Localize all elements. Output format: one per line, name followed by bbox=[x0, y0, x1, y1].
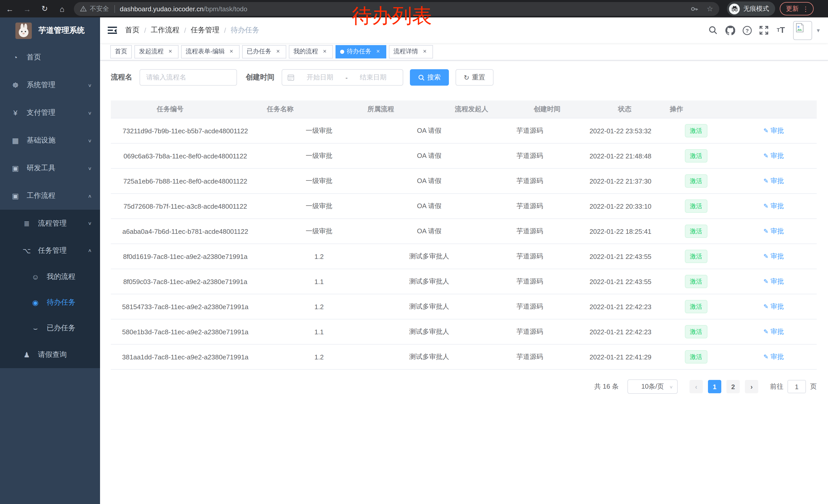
sidebar-item-payment[interactable]: ¥ 支付管理 ∨ bbox=[0, 99, 100, 127]
process-name-input[interactable]: 请输入流程名 bbox=[139, 69, 237, 86]
breadcrumb-workflow[interactable]: 工作流程 bbox=[151, 26, 179, 35]
sidebar-toggle-hamburger-icon[interactable] bbox=[108, 26, 117, 35]
edit-pen-icon: ✎ bbox=[763, 303, 769, 310]
tab-home[interactable]: 首页 × bbox=[110, 45, 132, 58]
tab-close-icon[interactable]: × bbox=[167, 48, 174, 55]
tab-form-edit[interactable]: 流程表单-编辑 × bbox=[181, 45, 240, 58]
table-header-cell: 流程发起人 bbox=[431, 104, 512, 114]
cell-process: 测试多审批人 bbox=[378, 327, 480, 336]
tab-start-process[interactable]: 发起流程 × bbox=[134, 45, 178, 58]
prev-page-button[interactable]: ‹ bbox=[690, 380, 703, 393]
sidebar-item-process-mgmt[interactable]: ≣ 流程管理 ∨ bbox=[0, 210, 100, 237]
svg-text:?: ? bbox=[745, 28, 749, 33]
user-avatar[interactable] bbox=[793, 21, 812, 40]
search-icon[interactable] bbox=[707, 24, 719, 36]
sidebar-item-devtools[interactable]: ▣ 研发工具 ∨ bbox=[0, 154, 100, 182]
audit-button[interactable]: ✎审批 bbox=[763, 151, 784, 161]
audit-button[interactable]: ✎审批 bbox=[763, 252, 784, 261]
tab-label: 流程详情 bbox=[394, 47, 418, 56]
next-page-button[interactable]: › bbox=[745, 380, 758, 393]
create-time-range-picker[interactable]: 开始日期 - 结束日期 bbox=[282, 69, 403, 86]
audit-button[interactable]: ✎审批 bbox=[763, 302, 784, 311]
tab-label: 流程表单-编辑 bbox=[186, 47, 225, 56]
tab-close-icon[interactable]: × bbox=[228, 48, 235, 55]
sidebar-item-task-mgmt[interactable]: ⌥ 任务管理 ∧ bbox=[0, 237, 100, 264]
audit-button[interactable]: ✎审批 bbox=[763, 327, 784, 336]
browser-window: ← → ↻ ⌂ 不安全 dashboard.yudao.iocoder.cn/b… bbox=[0, 0, 828, 504]
cell-starter: 芋道源码 bbox=[480, 126, 579, 135]
sidebar: 芋道管理系统 ◔ 首页 ☸ 系统管理 ∨ bbox=[0, 17, 100, 504]
incognito-icon bbox=[729, 3, 740, 14]
cell-action: ✎审批 bbox=[731, 252, 817, 261]
fullscreen-icon[interactable] bbox=[758, 24, 770, 36]
sidebar-item-my-processes[interactable]: ☺ 我的流程 bbox=[0, 264, 100, 290]
cell-status: 激活 bbox=[662, 225, 731, 238]
breadcrumb-task-mgmt[interactable]: 任务管理 bbox=[191, 26, 219, 35]
github-icon[interactable] bbox=[724, 24, 736, 36]
cell-task-name: 1.2 bbox=[260, 353, 378, 361]
edit-pen-icon: ✎ bbox=[763, 253, 769, 260]
tab-close-icon[interactable]: × bbox=[374, 48, 382, 55]
table-header-cell: 所属流程 bbox=[331, 104, 431, 114]
cell-process: 测试多审批人 bbox=[378, 302, 480, 311]
goto-page: 前往 1 页 bbox=[770, 380, 817, 393]
reset-button[interactable]: ↻ 重置 bbox=[456, 69, 494, 86]
bookmark-star-icon[interactable]: ☆ bbox=[707, 5, 713, 13]
cell-create-time: 2022-01-22 21:37:30 bbox=[579, 177, 661, 185]
avatar-dropdown-caret-icon[interactable]: ▼ bbox=[816, 28, 821, 33]
tab-close-icon[interactable]: × bbox=[321, 48, 328, 55]
security-label[interactable]: 不安全 bbox=[90, 4, 109, 13]
browser-forward-button[interactable]: → bbox=[23, 4, 32, 13]
sidebar-item-workflow[interactable]: ▣ 工作流程 ∧ bbox=[0, 182, 100, 210]
breadcrumb-home[interactable]: 首页 bbox=[125, 26, 139, 35]
audit-button[interactable]: ✎审批 bbox=[763, 227, 784, 236]
breadcrumb-separator: / bbox=[224, 26, 226, 34]
tab-done-tasks[interactable]: 已办任务 × bbox=[242, 45, 286, 58]
sidebar-item-system[interactable]: ☸ 系统管理 ∨ bbox=[0, 71, 100, 99]
cell-task-name: 一级审批 bbox=[260, 227, 378, 236]
cell-process: OA 请假 bbox=[378, 126, 480, 135]
audit-button[interactable]: ✎审批 bbox=[763, 126, 784, 135]
browser-reload-button[interactable]: ↻ bbox=[40, 4, 49, 13]
browser-update-button[interactable]: 更新 ⋮ bbox=[780, 2, 814, 15]
start-date-placeholder[interactable]: 开始日期 bbox=[295, 73, 344, 82]
audit-button[interactable]: ✎审批 bbox=[763, 201, 784, 211]
audit-button[interactable]: ✎审批 bbox=[763, 176, 784, 186]
chevron-icon: ∨ bbox=[88, 221, 92, 226]
font-size-icon[interactable]: TT bbox=[775, 24, 787, 36]
audit-button[interactable]: ✎审批 bbox=[763, 277, 784, 286]
sidebar-item-done-tasks[interactable]: ⌣ 已办任务 bbox=[0, 315, 100, 341]
sidebar-item-leave-query[interactable]: ♟ 请假查询 bbox=[0, 341, 100, 368]
browser-menu-icon[interactable]: ⋮ bbox=[802, 5, 809, 12]
tab-close-icon[interactable]: × bbox=[421, 48, 428, 55]
page-1[interactable]: 1 bbox=[708, 380, 721, 393]
end-date-placeholder[interactable]: 结束日期 bbox=[348, 73, 398, 82]
sidebar-item-label: 研发工具 bbox=[27, 164, 55, 173]
tab-my-processes[interactable]: 我的流程 × bbox=[289, 45, 333, 58]
cell-task-name: 一级审批 bbox=[260, 201, 378, 211]
app-logo-block[interactable]: 芋道管理系统 bbox=[0, 17, 100, 44]
edit-pen-icon: ✎ bbox=[763, 127, 769, 134]
browser-home-button[interactable]: ⌂ bbox=[57, 4, 67, 13]
cell-task-id: 73211d9d-7b9b-11ec-b5b7-acde48001122 bbox=[111, 127, 260, 135]
table-header-cell: 任务编号 bbox=[111, 104, 229, 114]
process-name-label: 流程名 bbox=[111, 73, 132, 82]
search-button[interactable]: 搜索 bbox=[410, 69, 449, 86]
help-icon[interactable]: ? bbox=[741, 24, 753, 36]
goto-page-input[interactable]: 1 bbox=[787, 380, 806, 393]
tab-close-icon[interactable]: × bbox=[275, 48, 282, 55]
audit-button[interactable]: ✎审批 bbox=[763, 352, 784, 362]
cell-create-time: 2022-01-22 23:53:32 bbox=[579, 127, 661, 135]
sidebar-item-home[interactable]: ◔ 首页 bbox=[0, 44, 100, 71]
sidebar-item-infrastructure[interactable]: ▦ 基础设施 ∨ bbox=[0, 127, 100, 154]
tab-process-detail[interactable]: 流程详情 × bbox=[389, 45, 433, 58]
tab-todo-tasks[interactable]: 待办任务 × bbox=[335, 45, 386, 58]
cell-process: 测试多审批人 bbox=[378, 352, 480, 362]
gear-icon: ☸ bbox=[11, 81, 19, 89]
process-name-placeholder: 请输入流程名 bbox=[146, 73, 186, 82]
browser-back-button[interactable]: ← bbox=[5, 4, 14, 13]
page-2[interactable]: 2 bbox=[727, 380, 740, 393]
sidebar-item-todo-tasks[interactable]: ◉ 待办任务 bbox=[0, 290, 100, 315]
key-icon[interactable] bbox=[691, 5, 699, 12]
page-size-select[interactable]: 10条/页 ∨ bbox=[627, 379, 678, 394]
